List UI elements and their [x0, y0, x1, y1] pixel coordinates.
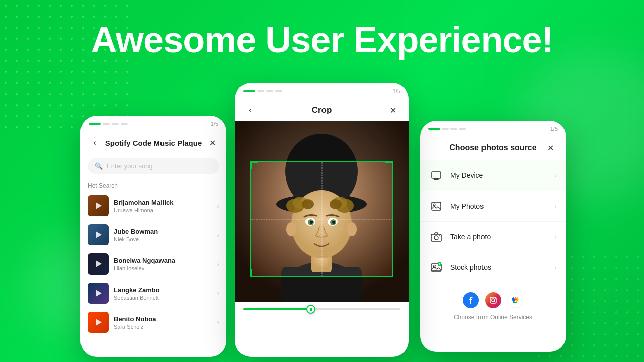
source-item-label: My Device — [450, 171, 547, 179]
source-item-label: Stock photos — [450, 263, 547, 272]
hot-search-label: Hot Search — [80, 178, 226, 191]
song-info: Benito Noboa Sara Scholz — [114, 315, 212, 330]
instagram-icon[interactable] — [485, 292, 501, 308]
chevron-right-icon: › — [554, 171, 557, 179]
source-item-label: Take a photo — [450, 233, 547, 241]
step-label-right: 1/5 — [550, 126, 558, 132]
crop-box[interactable] — [250, 161, 393, 277]
svg-rect-23 — [432, 202, 441, 210]
left-phone-title: Spotify Code Music Plaque — [105, 139, 202, 147]
song-thumbnail — [88, 312, 109, 333]
source-item-camera[interactable]: Take a photo › — [420, 222, 566, 252]
progress-step-2 — [103, 123, 110, 125]
left-phone-progress-bar: 1/5 — [80, 116, 226, 130]
slider-area: ⏸ — [235, 302, 409, 316]
play-overlay — [88, 283, 109, 304]
progress-step-1-active — [243, 90, 255, 92]
song-thumbnail — [88, 283, 109, 304]
online-services-section: Choose from Online Services — [420, 283, 566, 327]
song-thumbnail — [88, 253, 109, 275]
step-label-center: 1/5 — [393, 88, 400, 94]
song-list: Brijamohan Mallick Uruewa Himona › Jube … — [80, 191, 226, 337]
chevron-right-icon: › — [554, 263, 557, 272]
hero-title: Awesome User Experience! — [0, 19, 644, 60]
list-item[interactable]: Bonelwa Ngqawana Lilah Ioselev › — [80, 249, 226, 279]
list-item[interactable]: Benito Noboa Sara Scholz › — [80, 308, 226, 337]
stock-icon — [429, 260, 443, 275]
play-overlay — [88, 312, 109, 333]
source-item-label: My Photos — [450, 202, 547, 210]
song-artist: Lilah Ioselev — [114, 265, 212, 272]
search-bar[interactable]: 🔍 Enter your song — [88, 158, 219, 174]
progress-step-3 — [450, 128, 457, 130]
svg-point-24 — [433, 204, 435, 206]
crop-image-area — [235, 121, 409, 302]
crop-handle-bl[interactable] — [250, 269, 258, 277]
progress-step-1-active — [89, 123, 101, 125]
song-name: Benito Noboa — [114, 315, 212, 323]
list-item[interactable]: Jube Bowman Niek Bove › — [80, 220, 226, 249]
song-thumbnail — [88, 224, 109, 245]
song-thumbnail — [88, 195, 109, 216]
left-phone-back-button[interactable]: ‹ — [89, 137, 101, 149]
song-artist: Uruewa Himona — [114, 207, 212, 213]
song-info: Bonelwa Ngqawana Lilah Ioselev — [114, 257, 212, 272]
progress-step-4 — [459, 128, 466, 130]
svg-point-26 — [434, 236, 438, 240]
search-icon: 🔍 — [95, 162, 103, 170]
chevron-right-icon: › — [217, 289, 219, 297]
crop-header: ‹ Crop ✕ — [235, 97, 409, 121]
song-info: Jube Bowman Niek Bove — [114, 228, 212, 242]
crop-overlay-top — [235, 121, 409, 161]
left-phone-header: ‹ Spotify Code Music Plaque ✕ — [80, 130, 226, 154]
device-icon — [429, 168, 443, 183]
play-icon — [96, 202, 102, 209]
social-icons-row — [429, 292, 557, 308]
crop-overlay-left — [235, 161, 250, 277]
camera-icon — [429, 230, 443, 244]
chevron-right-icon: › — [554, 233, 557, 241]
right-phone-progress-bar: 1/5 — [420, 121, 566, 134]
list-item[interactable]: Langke Zambo Sebastian Bennett › — [80, 279, 226, 308]
left-phone-close-button[interactable]: ✕ — [206, 137, 218, 149]
source-item-device[interactable]: My Device › — [420, 160, 566, 191]
zoom-slider[interactable]: ⏸ — [243, 308, 400, 310]
crop-overlay-bottom — [235, 277, 409, 302]
play-overlay — [88, 224, 109, 245]
source-close-button[interactable]: ✕ — [545, 142, 557, 154]
song-artist: Sebastian Bennett — [114, 295, 212, 301]
search-placeholder: Enter your song — [107, 162, 153, 170]
google-drive-icon[interactable] — [507, 292, 523, 308]
play-icon — [96, 290, 102, 297]
svg-point-33 — [495, 298, 496, 299]
crop-close-button[interactable]: ✕ — [387, 104, 399, 116]
source-item-photos[interactable]: My Photos › — [420, 191, 566, 222]
song-info: Brijamohan Mallick Uruewa Himona — [114, 199, 212, 213]
crop-handle-tr[interactable] — [385, 161, 393, 169]
facebook-icon[interactable] — [463, 292, 479, 308]
song-name: Brijamohan Mallick — [114, 199, 212, 206]
photos-icon — [429, 199, 443, 213]
song-artist: Sara Scholz — [114, 324, 212, 330]
center-phone: 1/5 ‹ Crop ✕ — [235, 83, 409, 357]
source-title: Choose photos source — [449, 143, 536, 152]
list-item[interactable]: Brijamohan Mallick Uruewa Himona › — [80, 191, 226, 220]
slider-fill — [243, 308, 314, 310]
chevron-right-icon: › — [217, 202, 219, 210]
crop-overlay-right — [393, 161, 409, 277]
chevron-right-icon: › — [554, 202, 557, 210]
play-icon — [96, 260, 102, 267]
crop-back-button[interactable]: ‹ — [244, 104, 256, 116]
crop-handle-br[interactable] — [385, 269, 393, 277]
slider-thumb[interactable]: ⏸ — [306, 305, 315, 314]
progress-step-4 — [121, 123, 128, 125]
progress-step-1-active — [428, 128, 440, 130]
chevron-right-icon: › — [217, 318, 219, 326]
source-item-stock[interactable]: Stock photos › — [420, 252, 566, 283]
source-header: ‹ Choose photos source ✕ — [420, 134, 566, 160]
crop-handle-tl[interactable] — [250, 161, 258, 169]
svg-point-32 — [492, 299, 495, 302]
left-phone: 1/5 ‹ Spotify Code Music Plaque ✕ 🔍 Ente… — [80, 116, 226, 357]
progress-step-2 — [257, 90, 264, 92]
song-artist: Niek Bove — [114, 236, 212, 242]
